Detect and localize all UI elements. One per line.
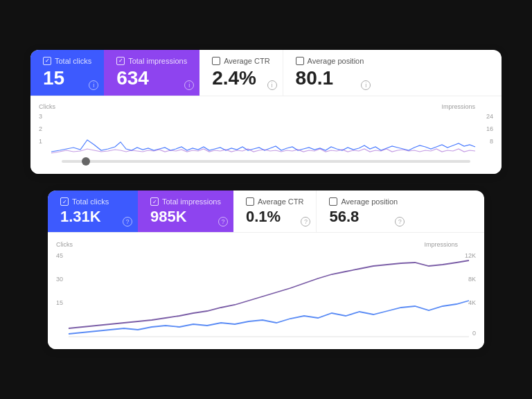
info-icon-5[interactable]: ?	[123, 217, 132, 227]
checkbox-ctr-1[interactable]	[212, 57, 220, 65]
metric-label-ctr-1: Average CTR	[212, 57, 269, 65]
metric-label-impressions-2: Total impressions	[150, 197, 221, 206]
label-text-total-clicks-2: Total clicks	[72, 197, 109, 206]
svg-text:0: 0	[472, 330, 476, 337]
metric-avg-ctr-2: Average CTR 0.1% ?	[233, 190, 317, 232]
metric-total-clicks-2: Total clicks 1.31K ?	[48, 190, 138, 232]
label-text-impressions-2: Total impressions	[162, 197, 221, 206]
metric-total-clicks-1: Total clicks 15 i	[30, 50, 104, 96]
slider-bar-1	[39, 157, 493, 167]
y-axis-impressions-label: Impressions	[441, 103, 475, 110]
slider-track-1[interactable]	[62, 160, 470, 163]
svg-text:12K: 12K	[465, 252, 476, 259]
checkbox-total-clicks-2[interactable]	[60, 197, 69, 206]
chart-area-2: Clicks 45 30 15 Impressions 12K 8K 4K 0	[48, 233, 484, 349]
label-text-position-2: Average position	[341, 197, 398, 206]
checkbox-total-clicks-1[interactable]	[43, 57, 51, 65]
svg-text:Impressions: Impressions	[424, 241, 458, 248]
checkbox-impressions-1[interactable]	[116, 57, 125, 65]
svg-text:8K: 8K	[468, 276, 476, 283]
checkbox-ctr-2[interactable]	[246, 197, 254, 206]
svg-text:1: 1	[39, 138, 42, 145]
metric-total-impressions-1: Total impressions 634 i	[104, 50, 200, 96]
metric-label-position-2: Average position	[329, 197, 398, 206]
info-icon-2[interactable]: i	[184, 80, 194, 90]
metric-avg-ctr-1: Average CTR 2.4% i	[200, 50, 283, 96]
svg-text:2: 2	[39, 125, 42, 132]
card-1: Total clicks 15 i Total impressions 634 …	[30, 50, 502, 175]
chart-svg-2: Clicks 45 30 15 Impressions 12K 8K 4K 0	[56, 238, 476, 342]
metric-label-total-clicks-1: Total clicks	[43, 57, 91, 65]
impressions-line-1	[51, 149, 475, 153]
metric-label-impressions-1: Total impressions	[116, 57, 187, 65]
metric-total-impressions-2: Total impressions 985K ?	[138, 190, 233, 232]
svg-text:3: 3	[39, 113, 42, 120]
chart-svg-1: Clicks 3 2 1 Impressions 24 16 8	[39, 102, 493, 157]
checkbox-position-2[interactable]	[329, 197, 337, 206]
impressions-line-2	[69, 260, 469, 328]
checkbox-impressions-2[interactable]	[150, 197, 159, 206]
metric-label-ctr-2: Average CTR	[246, 197, 303, 206]
value-ctr-2: 0.1%	[246, 209, 303, 225]
svg-text:15: 15	[56, 299, 63, 306]
label-text-ctr-2: Average CTR	[258, 197, 303, 206]
label-text-ctr-1: Average CTR	[224, 57, 269, 65]
label-text-position-1: Average position	[308, 57, 364, 65]
slider-thumb-1[interactable]	[82, 157, 90, 166]
label-text-total-clicks-1: Total clicks	[55, 57, 91, 65]
y-axis-clicks-label: Clicks	[39, 103, 55, 110]
metric-label-position-1: Average position	[296, 57, 364, 65]
info-icon-8[interactable]: ?	[395, 217, 405, 227]
info-icon-6[interactable]: ?	[218, 217, 228, 227]
info-icon-3[interactable]: i	[267, 80, 277, 90]
info-icon-1[interactable]: i	[89, 80, 98, 90]
value-ctr-1: 2.4%	[212, 68, 269, 89]
metric-avg-position-2: Average position 56.8 ?	[317, 190, 410, 232]
value-impressions-2: 985K	[150, 209, 221, 225]
chart-area-1: Clicks 3 2 1 Impressions 24 16 8	[30, 96, 502, 174]
svg-text:16: 16	[486, 125, 493, 132]
svg-text:8: 8	[490, 138, 493, 145]
metric-label-total-clicks-2: Total clicks	[60, 197, 125, 206]
value-position-2: 56.8	[329, 209, 398, 225]
value-total-clicks-1: 15	[43, 68, 91, 89]
metrics-row-2: Total clicks 1.31K ? Total impressions 9…	[48, 190, 484, 233]
svg-text:30: 30	[56, 276, 63, 283]
svg-text:Clicks: Clicks	[56, 241, 73, 248]
card-2: Total clicks 1.31K ? Total impressions 9…	[48, 190, 484, 349]
metrics-row-1: Total clicks 15 i Total impressions 634 …	[30, 50, 502, 97]
label-text-impressions-1: Total impressions	[128, 57, 187, 65]
svg-text:24: 24	[486, 113, 493, 120]
svg-text:45: 45	[56, 252, 63, 259]
info-icon-7[interactable]: ?	[301, 217, 310, 227]
value-impressions-1: 634	[116, 68, 187, 89]
clicks-line-2	[69, 301, 469, 334]
value-position-1: 80.1	[296, 68, 364, 89]
info-icon-4[interactable]: i	[361, 80, 371, 90]
value-total-clicks-2: 1.31K	[60, 209, 125, 225]
metric-avg-position-1: Average position 80.1 i	[283, 50, 377, 96]
svg-text:4K: 4K	[468, 299, 476, 306]
checkbox-position-1[interactable]	[296, 57, 304, 65]
